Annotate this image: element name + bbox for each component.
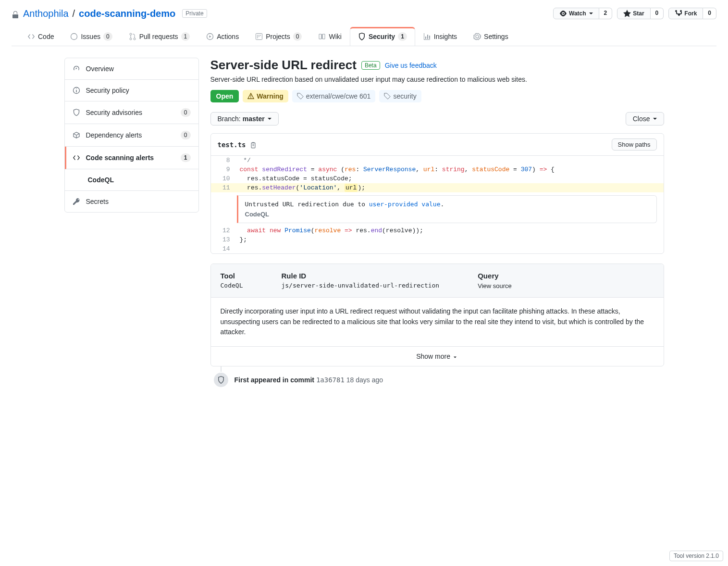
code-scan-icon (73, 154, 80, 162)
fork-icon (675, 10, 682, 17)
svg-point-3 (134, 38, 136, 40)
show-more-button[interactable]: Show more (211, 347, 664, 366)
shield-icon (73, 109, 80, 116)
feedback-link[interactable]: Give us feedback (385, 62, 437, 69)
commit-link[interactable]: 1a36781 (316, 376, 345, 384)
graph-icon (423, 33, 431, 40)
tab-pulls[interactable]: Pull requests1 (121, 27, 198, 46)
code-annotation: Untrusted URL redirection due to user-pr… (237, 195, 657, 223)
owner-link[interactable]: Anthophila (23, 8, 69, 19)
svg-point-1 (130, 33, 132, 35)
repo-title: Anthophila / code-scanning-demo Private (12, 8, 207, 19)
code-preview: test.ts Show paths 8 */ 9const sendRedir… (210, 133, 664, 254)
gear-icon (473, 33, 481, 40)
tag-cwe[interactable]: external/cwe/cwe 601 (292, 90, 376, 102)
sidebar-overview[interactable]: Overview (65, 58, 198, 80)
sidebar-scanning[interactable]: Code scanning alerts 1 (65, 147, 198, 169)
view-source-link[interactable]: View source (478, 282, 512, 289)
info-tool: Tool CodeQL (221, 272, 243, 289)
alert-title: Server-side URL redirect (210, 58, 357, 73)
tag-icon (297, 93, 304, 100)
tab-security[interactable]: Security1 (350, 27, 415, 46)
key-icon (73, 198, 80, 205)
fork-button[interactable]: Fork (668, 8, 703, 19)
meter-icon (73, 65, 80, 73)
filename[interactable]: test.ts (218, 141, 246, 149)
tab-wiki[interactable]: Wiki (310, 27, 349, 46)
severity-badge: Warning (243, 90, 288, 102)
sidebar-dependency[interactable]: Dependency alerts 0 (65, 124, 198, 147)
code-icon (27, 33, 35, 40)
sidebar-policy[interactable]: Security policy (65, 80, 198, 101)
lock-icon (12, 8, 19, 19)
sidebar-scanning-codeql[interactable]: CodeQL (65, 169, 198, 191)
timeline-item: First appeared in commit 1a36781 18 days… (225, 376, 664, 384)
info-description: Directly incorporating user input into a… (211, 298, 664, 347)
beta-badge: Beta (361, 61, 380, 70)
star-button[interactable]: Star (617, 8, 650, 19)
tag-icon (384, 93, 391, 100)
pull-icon (129, 33, 136, 40)
svg-point-0 (71, 34, 77, 40)
alert-description: Server-side URL redirection based on unv… (210, 75, 664, 83)
tab-code[interactable]: Code (19, 27, 62, 46)
svg-point-2 (130, 38, 132, 40)
show-paths-button[interactable]: Show paths (612, 138, 657, 151)
annotation-link[interactable]: user-provided value (369, 201, 441, 208)
star-count[interactable]: 0 (651, 8, 664, 19)
chevron-down-icon (452, 354, 458, 360)
info-rule: Rule ID js/server-side-unvalidated-url-r… (281, 272, 439, 289)
branch-selector[interactable]: Branch: master (210, 112, 279, 126)
alert-icon (247, 93, 254, 100)
state-open-badge: Open (210, 90, 239, 102)
info-icon (73, 87, 80, 94)
tab-issues[interactable]: Issues0 (62, 27, 120, 46)
package-icon (73, 131, 80, 139)
visibility-badge: Private (182, 9, 207, 18)
star-icon (623, 10, 631, 17)
tab-settings[interactable]: Settings (465, 27, 517, 46)
sidebar-secrets[interactable]: Secrets (65, 191, 198, 212)
clipboard-icon[interactable] (250, 141, 257, 149)
play-icon (206, 33, 214, 40)
tag-security[interactable]: security (379, 90, 421, 102)
shield-icon (358, 33, 366, 40)
tab-projects[interactable]: Projects0 (247, 27, 310, 46)
project-icon (255, 33, 263, 40)
shield-icon (213, 372, 229, 388)
watch-count[interactable]: 2 (599, 8, 613, 19)
eye-icon (559, 10, 567, 17)
issue-icon (70, 33, 78, 40)
close-button[interactable]: Close (626, 112, 664, 126)
info-query: Query View source (478, 272, 512, 289)
fork-count[interactable]: 0 (703, 8, 716, 19)
tab-actions[interactable]: Actions (198, 27, 247, 46)
repo-link[interactable]: code-scanning-demo (79, 8, 175, 19)
tab-insights[interactable]: Insights (415, 27, 465, 46)
watch-button[interactable]: Watch (553, 8, 599, 19)
book-icon (318, 33, 326, 40)
sidebar-advisories[interactable]: Security advisories 0 (65, 101, 198, 124)
